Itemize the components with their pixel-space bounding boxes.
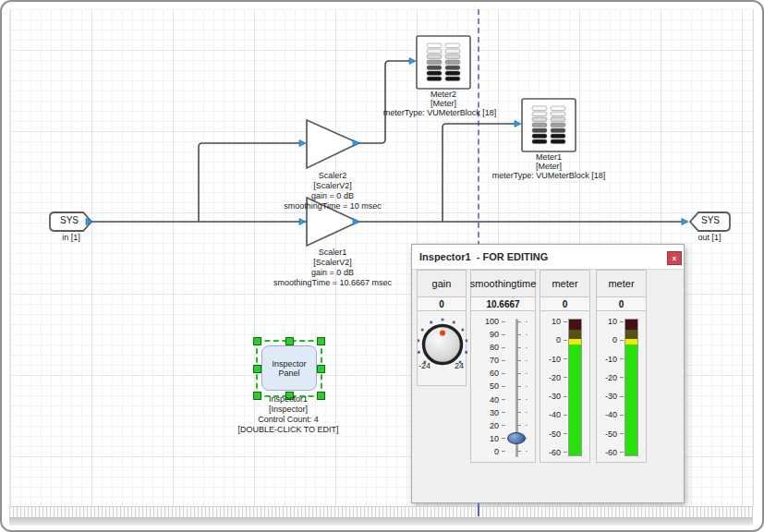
scaler2-block[interactable] <box>307 120 358 168</box>
selection-handle[interactable] <box>317 337 325 345</box>
meter-scale: 10 0 -10 -20 -30 -40 -50 -60 <box>542 317 567 457</box>
meter-a-panel: 10 0 -10 -20 -30 -40 -50 -60 <box>540 311 590 463</box>
selection-handle[interactable] <box>317 392 325 400</box>
scaler1-name: Scaler1 <box>319 248 347 258</box>
page-shadow <box>9 517 753 526</box>
inspector-window-titlebar[interactable]: Inspector1 - FOR EDITING <box>412 245 684 270</box>
meter-a-value: 0 <box>540 297 590 311</box>
scale-label: -20 <box>542 373 561 382</box>
sys-out-title: SYS <box>701 215 720 225</box>
sys-in-title: SYS <box>60 215 79 225</box>
ruler-page-break-mark <box>478 506 479 516</box>
connection-arrow-icon <box>86 58 688 225</box>
scale-label: 100 <box>475 317 499 326</box>
scale-label: 0 <box>599 335 617 345</box>
scaler2-smoothing: smoothingTime = 10 msec <box>284 201 381 212</box>
scale-label: -40 <box>542 410 561 419</box>
column-meter-b: meter 0 10 0 -10 -20 -30 -40 -50 -60 <box>596 270 647 463</box>
meter2-block[interactable] <box>417 36 470 89</box>
gain-value[interactable]: 0 <box>417 297 467 311</box>
scale-label: 30 <box>475 408 499 417</box>
scale-label: 70 <box>475 356 499 365</box>
scale-label: -60 <box>542 448 561 457</box>
scale-label: -50 <box>542 429 561 439</box>
scale-label: -60 <box>599 448 617 457</box>
scale-label: 20 <box>475 421 499 430</box>
scale-label: 0 <box>542 335 561 345</box>
inspector-block-type: [Inspector] <box>269 405 308 415</box>
meter-b-header: meter <box>596 270 647 297</box>
scale-label: 50 <box>475 381 499 391</box>
scale-label: 10 <box>475 434 499 443</box>
selection-handle[interactable] <box>285 337 294 345</box>
meter1-block[interactable] <box>522 99 576 151</box>
column-smoothingtime: smoothingtime 10.6667 100 90 80 70 60 50… <box>470 270 536 463</box>
inspector-panel-line2: Panel <box>278 369 299 378</box>
selection-handle[interactable] <box>253 392 261 400</box>
scaler2-gain: gain = 0 dB <box>311 191 354 201</box>
scale-label: -10 <box>542 355 561 364</box>
selection-handle[interactable] <box>317 365 325 373</box>
meter-scale: 10 0 -10 -20 -30 -40 -50 -60 <box>599 317 624 457</box>
meter2-metertype: meterType: VUMeterBlock [18] <box>383 108 497 118</box>
scale-label: -40 <box>599 410 617 419</box>
gain-min-label: -24 <box>418 361 431 370</box>
scale-label: -10 <box>599 355 617 364</box>
meter-b-panel: 10 0 -10 -20 -30 -40 -50 -60 <box>596 311 647 463</box>
inspector-block-name: Inspector1 <box>269 394 308 405</box>
smoothingtime-value[interactable]: 10.6667 <box>470 297 536 311</box>
scale-label: 0 <box>475 447 499 456</box>
inspector-panel-block[interactable]: Inspector Panel <box>261 345 317 391</box>
meter-a-header: meter <box>540 270 590 297</box>
sys-in-port-label: in [1] <box>62 233 80 243</box>
scale-label: -20 <box>599 373 617 382</box>
meter-b-value: 0 <box>596 297 647 311</box>
slider-thumb[interactable] <box>507 432 526 444</box>
smoothingtime-slider-panel: 100 90 80 70 60 50 40 30 20 10 0 <box>470 311 536 463</box>
gain-knob-panel: -24 24 <box>417 311 467 386</box>
scale-label: 10 <box>542 317 561 326</box>
scaler2-name: Scaler2 <box>319 171 347 181</box>
sys-out-port-label: out [1] <box>697 233 721 243</box>
scale-label: 60 <box>475 369 499 378</box>
meter-bar <box>568 319 582 456</box>
inspector-block-control-count: Control Count: 4 <box>258 415 319 425</box>
inspector-window: Inspector1 - FOR EDITING x gain 0 <box>411 244 685 503</box>
scaler2-type: [ScalerV2] <box>313 181 352 191</box>
scale-label: -30 <box>542 392 561 401</box>
selection-handle[interactable] <box>253 365 261 373</box>
scale-label: 40 <box>475 395 499 405</box>
knob-indicator-dot <box>440 330 445 335</box>
gain-max-label: 24 <box>455 361 464 370</box>
inspector-window-title: Inspector1 - FOR EDITING <box>412 251 548 262</box>
selection-handle[interactable] <box>253 337 261 345</box>
scale-label: -30 <box>599 392 617 401</box>
horizontal-ruler[interactable] <box>9 506 753 517</box>
inspector-block-hint: [DOUBLE-CLICK TO EDIT] <box>237 425 338 435</box>
scaler1-type: [ScalerV2] <box>313 258 352 268</box>
scale-label: 10 <box>599 317 617 326</box>
wire-scaler2-to-meter2[interactable] <box>358 61 409 143</box>
inspector-panel-line1: Inspector <box>272 359 306 369</box>
close-button[interactable]: x <box>667 251 682 265</box>
app-window: SYS in [1] SYS out [1] Meter2 [Meter] me… <box>0 0 764 532</box>
scaler1-gain: gain = 0 dB <box>311 268 354 278</box>
scale-label: 90 <box>475 330 499 339</box>
close-icon: x <box>673 255 676 262</box>
scale-label: 80 <box>475 343 499 352</box>
scaler1-smoothing: smoothingTime = 10.6667 msec <box>273 278 392 288</box>
meter1-metertype: meterType: VUMeterBlock [18] <box>492 171 606 181</box>
gain-knob[interactable] <box>418 311 467 385</box>
column-gain: gain 0 -24 24 <box>417 270 467 386</box>
meter-bar <box>625 319 638 456</box>
gain-header: gain <box>417 270 467 297</box>
smoothingtime-header: smoothingtime <box>470 270 536 297</box>
column-meter-a: meter 0 10 0 -10 -20 -30 -40 -50 -60 <box>540 270 590 463</box>
scale-label: -50 <box>599 429 617 439</box>
